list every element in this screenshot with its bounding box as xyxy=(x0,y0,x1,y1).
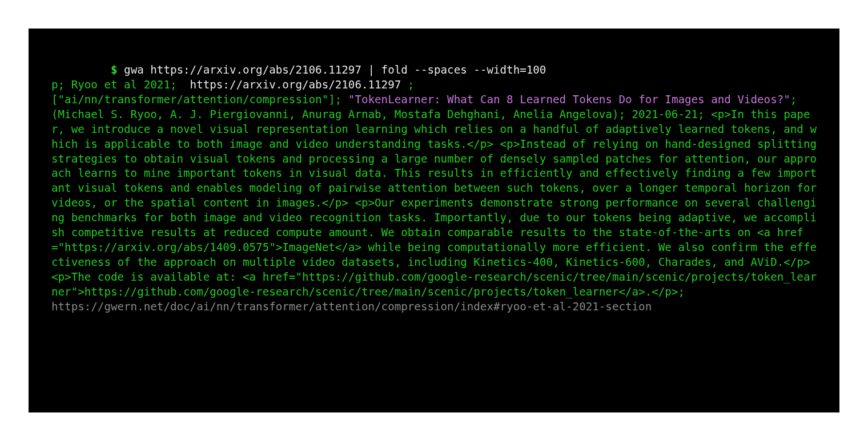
sep: ; xyxy=(335,93,348,106)
command-text: gwa https://arxiv.org/abs/2106.11297 | f… xyxy=(124,63,546,76)
sep2: ; xyxy=(790,93,797,106)
abstract-text: <p>In this paper, we introduce a novel v… xyxy=(51,108,823,298)
paper-title-part-b: Images and Videos?" xyxy=(665,93,790,106)
footer-url: https://gwern.net/doc/ai/nn/transformer/… xyxy=(51,300,652,313)
prompt-line: $ gwa https://arxiv.org/abs/2106.11297 |… xyxy=(111,63,546,76)
terminal-window[interactable]: $ gwa https://arxiv.org/abs/2106.11297 |… xyxy=(29,29,839,412)
paper-title-part-a: "TokenLearner: What Can 8 Learned Tokens… xyxy=(348,93,665,106)
arxiv-url: https://arxiv.org/abs/2106.11297 xyxy=(190,78,401,91)
citation-prefix: p; Ryoo et al 2021; xyxy=(51,78,190,91)
prompt-dollar: $ xyxy=(111,63,118,76)
tag-line: ["ai/nn/transformer/attention/compressio… xyxy=(51,93,335,106)
citation-suffix: ; xyxy=(401,78,414,91)
